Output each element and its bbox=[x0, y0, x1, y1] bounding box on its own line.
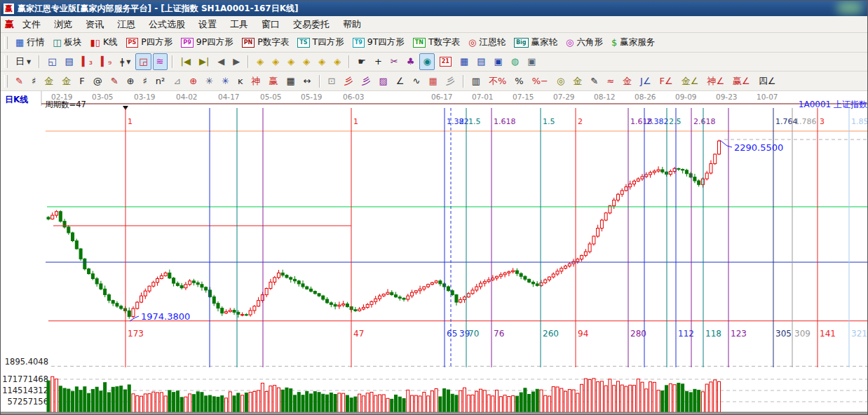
menu-item-8[interactable]: 交易委托 bbox=[293, 18, 330, 31]
kline-button[interactable]: ▮▯K线 bbox=[87, 34, 121, 51]
compress-all-button[interactable]: ◈ bbox=[330, 53, 344, 70]
winner-wheel-button[interactable]: Big赢家轮 bbox=[510, 34, 561, 51]
time-ruler-tool[interactable]: ♯ bbox=[140, 73, 151, 90]
spiral-tool[interactable]: @ bbox=[90, 73, 106, 90]
gold-red-tool[interactable]: 金 bbox=[619, 73, 635, 90]
menu-item-1[interactable]: 浏览 bbox=[54, 18, 72, 31]
first-bar-button[interactable]: |◀ bbox=[177, 53, 194, 70]
compress-9-tool[interactable]: ▍₉ bbox=[97, 53, 115, 70]
fib-grid-tool[interactable]: F bbox=[76, 73, 88, 90]
calendar-button[interactable]: 21 bbox=[436, 53, 455, 70]
gann-web-dense-tool[interactable]: ✳ bbox=[218, 73, 233, 90]
hexagon-button[interactable]: ◎六角形 bbox=[562, 34, 606, 51]
hatch-tool[interactable]: 彡 bbox=[442, 73, 459, 90]
expand-all-button[interactable]: ◈ bbox=[315, 53, 329, 70]
quotes-button[interactable]: ▦行情 bbox=[12, 34, 48, 51]
gann-ratio-label: 1 bbox=[128, 117, 133, 126]
profile-chart-tool[interactable]: ≋ bbox=[153, 53, 168, 70]
shift-right-button[interactable]: ◈ bbox=[269, 53, 283, 70]
remote-data-button[interactable]: ▣ bbox=[524, 53, 539, 70]
9p-square-button[interactable]: P99P四方形 bbox=[177, 34, 236, 51]
gann-target-tool[interactable]: ⊕ bbox=[186, 73, 201, 90]
expand-horizontal-button[interactable]: ◈ bbox=[284, 53, 298, 70]
menu-item-3[interactable]: 江恩 bbox=[117, 18, 135, 31]
menu-item-5[interactable]: 设置 bbox=[198, 18, 217, 31]
next-bar-button[interactable]: ▶ bbox=[229, 53, 243, 70]
crosshair-tool[interactable]: + bbox=[371, 53, 386, 70]
flower-tool[interactable]: ♣ bbox=[403, 53, 419, 70]
number-grid-tool[interactable]: ▦ bbox=[283, 73, 298, 90]
shade-box-tool[interactable]: ▨ bbox=[376, 73, 391, 90]
circle-cross-tool[interactable]: ⊕ bbox=[123, 73, 138, 90]
shen-grid-tool[interactable]: 神 bbox=[247, 73, 264, 90]
red-rays-tool[interactable]: 彡 bbox=[341, 73, 357, 90]
gann-wheel-button[interactable]: ◎江恩轮 bbox=[465, 34, 509, 51]
shen-angle-tool[interactable]: 神∠ bbox=[703, 73, 728, 90]
t-table-button[interactable]: TNT数字表 bbox=[409, 34, 463, 51]
menu-item-4[interactable]: 公式选股 bbox=[149, 18, 185, 31]
volume-bar bbox=[217, 397, 219, 413]
menu-item-9[interactable]: 帮助 bbox=[343, 18, 361, 31]
gold-square-small-tool[interactable]: 金 bbox=[41, 73, 57, 90]
gold-level-tool[interactable]: 金 bbox=[569, 73, 585, 90]
n-square-tool[interactable]: n² bbox=[152, 73, 168, 90]
winner-service-button[interactable]: $赢家服务 bbox=[608, 34, 658, 51]
percent-line-tool[interactable]: %− bbox=[529, 73, 552, 90]
menu-items: 文件浏览资讯江恩公式选股设置工具窗口交易委托帮助 bbox=[22, 18, 374, 31]
hand-drag-tool[interactable]: ☛ bbox=[354, 53, 369, 70]
9t-square-button[interactable]: T99T四方形 bbox=[349, 34, 408, 51]
menu-item-0[interactable]: 文件 bbox=[22, 18, 41, 31]
wave-band-tool[interactable]: ≈ bbox=[603, 73, 618, 90]
brain-pattern-tool[interactable]: ◉ bbox=[419, 53, 434, 70]
f-angle-tool[interactable]: F∠ bbox=[656, 73, 677, 90]
gold-circle-tool[interactable]: ◎ bbox=[553, 73, 568, 90]
kline-style-dropdown[interactable]: 日▼ bbox=[12, 53, 34, 70]
shift-left-button[interactable]: ◈ bbox=[253, 53, 267, 70]
save-button[interactable]: ▣ bbox=[491, 53, 506, 70]
gann-pen-tool[interactable]: ✎ bbox=[12, 73, 27, 90]
percent-tool[interactable]: % bbox=[511, 73, 527, 90]
menu-item-7[interactable]: 窗口 bbox=[262, 18, 280, 31]
title-bar[interactable]: 赢 赢家江恩专业版[赢家内部服务平台] - [上证指数 SH1A0001-167… bbox=[1, 1, 867, 16]
compress-horizontal-button[interactable]: ◈ bbox=[299, 53, 313, 70]
prev-bar-button[interactable]: ◀ bbox=[214, 53, 228, 70]
volume-bar bbox=[306, 391, 308, 413]
menu-item-2[interactable]: 资讯 bbox=[86, 18, 104, 31]
ying-angle-tool[interactable]: 赢∠ bbox=[729, 73, 754, 90]
chart-canvas[interactable]: 日K线02-1903-0503-1904-0204-1705-0505-1906… bbox=[1, 91, 868, 415]
p-square-button[interactable]: PSP四方形 bbox=[123, 34, 177, 51]
menu-item-6[interactable]: 工具 bbox=[230, 18, 248, 31]
grid-ruler-tool[interactable]: ♯ bbox=[28, 73, 39, 90]
marker-pen-tool[interactable]: ✎ bbox=[107, 73, 122, 90]
info-panel-tool[interactable]: ▤ bbox=[61, 53, 76, 70]
j-angle-tool[interactable]: J∠ bbox=[637, 73, 655, 90]
compress-3-tool[interactable]: ▍₃ bbox=[79, 53, 96, 70]
no-percent-tool[interactable]: 不% bbox=[485, 73, 510, 90]
mirror-angle-tool[interactable]: ⊿ bbox=[170, 73, 184, 90]
calculator-button[interactable]: ▦ bbox=[456, 53, 472, 70]
bar-width-tool[interactable]: ↔ bbox=[300, 73, 315, 90]
notes-button[interactable]: ▤ bbox=[473, 53, 489, 70]
angle-line-tool[interactable]: ∠ bbox=[393, 73, 408, 90]
web-data-button[interactable]: ◍ bbox=[508, 53, 522, 70]
box-select-tool[interactable]: ⊡ bbox=[325, 73, 339, 90]
pattern-zone-tool[interactable]: ◲ bbox=[135, 53, 151, 70]
pen-bars-tool[interactable]: ✎ bbox=[587, 73, 602, 90]
gold-square-tool[interactable]: 金 bbox=[58, 73, 74, 90]
p-table-button[interactable]: PNP数字表 bbox=[238, 34, 293, 51]
ying-grid-tool[interactable]: 赢 bbox=[265, 73, 281, 90]
measure-tool[interactable]: ✂ bbox=[387, 53, 402, 70]
wave-tool[interactable]: ∿ bbox=[409, 73, 423, 90]
si-angle-tool[interactable]: 四∠ bbox=[755, 73, 780, 90]
dropper-dropdown[interactable]: ǂ▼ bbox=[116, 53, 134, 70]
gann-web-tool[interactable]: ✳ bbox=[202, 73, 217, 90]
k-mark-tool[interactable]: ĸ bbox=[234, 73, 247, 90]
t-square-button[interactable]: TST四方形 bbox=[294, 34, 347, 51]
gold-angle-tool[interactable]: 金∠ bbox=[678, 73, 703, 90]
scale-list-tool[interactable]: ▥ bbox=[468, 73, 484, 90]
last-bar-button[interactable]: ▶| bbox=[196, 53, 212, 70]
grid-fine-tool[interactable]: ▦ bbox=[425, 73, 440, 90]
region-zoom-tool[interactable]: ◱ bbox=[44, 53, 60, 70]
sectors-button[interactable]: ◫板块 bbox=[49, 34, 85, 51]
purple-rays-tool[interactable]: 彡 bbox=[358, 73, 374, 90]
